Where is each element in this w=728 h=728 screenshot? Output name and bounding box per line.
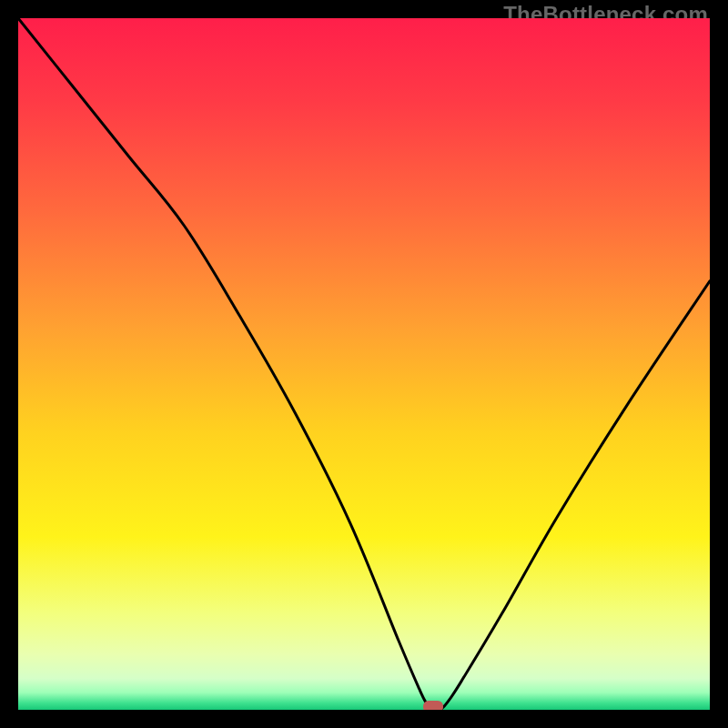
selected-point-marker	[423, 701, 443, 710]
bottleneck-chart	[18, 18, 710, 710]
chart-stage: TheBottleneck.com	[0, 0, 728, 728]
plot-area	[18, 18, 710, 710]
gradient-background	[18, 18, 710, 710]
